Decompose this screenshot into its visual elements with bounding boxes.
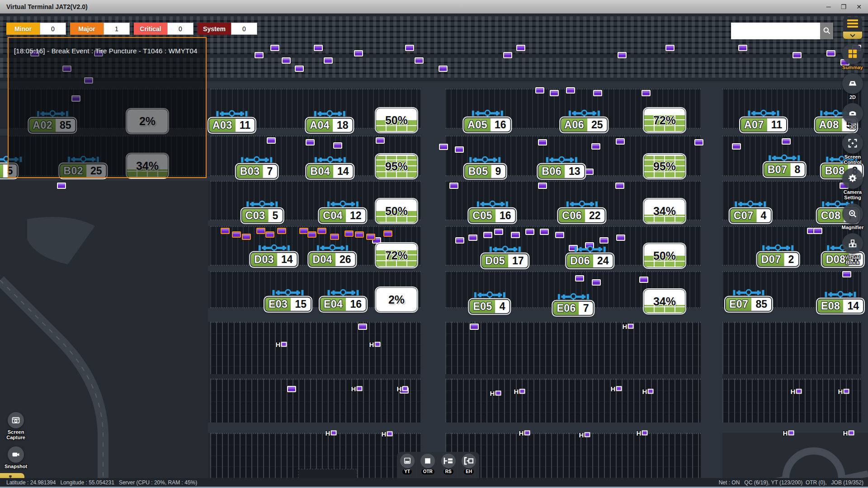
yard-block-B07[interactable]: B078 <box>764 154 806 177</box>
yard-block-C07[interactable]: C074 <box>730 200 772 223</box>
yard-block-B06[interactable]: B0613 <box>538 155 585 179</box>
occupancy-tile-4[interactable]: 95% <box>376 154 417 178</box>
menu-collapse-tab[interactable] <box>843 32 862 39</box>
yard-truck-icon[interactable] <box>642 90 651 96</box>
yard-truck-icon[interactable] <box>324 57 333 64</box>
sidebar-item-magnifier[interactable]: Magnifier <box>842 203 864 230</box>
yard-truck-icon[interactable] <box>405 45 414 51</box>
highlighted-truck-icon[interactable] <box>317 228 326 234</box>
yard-truck-icon[interactable] <box>333 142 342 149</box>
yard-truck-icon[interactable] <box>738 45 747 51</box>
yard-truck-icon[interactable] <box>616 138 625 145</box>
yard-truck-icon[interactable] <box>550 90 559 96</box>
truck-with-trailer-icon[interactable]: H <box>623 323 634 330</box>
yard-block-C06[interactable]: C0622 <box>558 200 605 223</box>
yard-block-A04[interactable]: A0418 <box>306 109 353 133</box>
yard-truck-icon[interactable] <box>415 57 424 64</box>
truck-with-trailer-icon[interactable]: H <box>791 388 802 395</box>
truck-with-trailer-icon[interactable]: H <box>838 388 849 395</box>
yard-block-C04[interactable]: C0412 <box>319 200 366 223</box>
yard-truck-icon[interactable] <box>540 229 549 235</box>
sidebar-item-summay[interactable]: Summay <box>842 43 864 70</box>
sidebar-item-3d[interactable]: 3D <box>842 103 864 130</box>
yard-truck-icon[interactable] <box>255 52 264 58</box>
yard-truck-icon[interactable] <box>516 45 525 51</box>
yard-truck-icon[interactable] <box>314 45 323 51</box>
yard-block-E05[interactable]: E054 <box>469 291 510 314</box>
yard-block-D06[interactable]: D0624 <box>566 245 613 268</box>
yard-block-D07[interactable]: D072 <box>757 244 799 267</box>
yard-truck-icon[interactable] <box>354 50 363 56</box>
yard-block-A05[interactable]: A0516 <box>463 109 511 132</box>
occupancy-tile-7[interactable]: 34% <box>644 199 685 223</box>
yard-truck-icon[interactable] <box>592 279 601 286</box>
occupancy-tile-11[interactable]: 34% <box>644 289 685 314</box>
highlighted-truck-icon[interactable] <box>265 231 274 238</box>
yard-truck-icon[interactable] <box>793 52 802 58</box>
yard-truck-icon[interactable] <box>455 237 464 244</box>
yard-truck-icon[interactable] <box>538 139 547 145</box>
highlighted-truck-icon[interactable] <box>330 234 339 240</box>
menu-button[interactable] <box>843 17 862 32</box>
occupancy-tile-10[interactable]: 2% <box>376 287 417 312</box>
yard-truck-icon[interactable] <box>618 52 627 58</box>
yard-truck-icon[interactable] <box>57 183 66 189</box>
yard-truck-icon[interactable] <box>267 137 276 144</box>
yard-truck-icon[interactable] <box>732 143 741 150</box>
highlighted-truck-icon[interactable] <box>256 228 265 234</box>
alarm-badge-system[interactable]: System0 <box>198 23 257 35</box>
highlighted-truck-icon[interactable] <box>383 230 392 237</box>
yard-truck-icon[interactable] <box>616 235 625 241</box>
alert-panel[interactable]: [18:05:16] - Break Event : Tire Puncture… <box>8 37 207 178</box>
truck-with-trailer-icon[interactable]: H <box>514 388 525 395</box>
truck-with-trailer-icon[interactable]: H <box>326 429 337 437</box>
sidebar-item-virtual-block[interactable]: Virtual Block <box>842 233 864 265</box>
yard-block-A03[interactable]: A0311 <box>208 109 255 133</box>
yard-block-C05[interactable]: C0516 <box>468 200 516 223</box>
equipment-toggle-rs[interactable]: RS <box>441 454 456 474</box>
yard-truck-icon[interactable] <box>842 271 851 277</box>
yard-truck-icon[interactable] <box>470 324 479 330</box>
equipment-toggle-yt[interactable]: YT <box>400 454 415 474</box>
truck-with-trailer-icon[interactable]: H <box>843 429 854 437</box>
occupancy-tile-2[interactable]: 72% <box>644 108 685 132</box>
truck-with-trailer-icon[interactable]: H <box>397 385 408 393</box>
truck-with-trailer-icon[interactable]: H <box>369 341 381 348</box>
minimize-button[interactable]: ─ <box>826 4 831 10</box>
yard-block-B04[interactable]: B0414 <box>306 155 354 179</box>
yard-truck-icon[interactable] <box>358 324 367 330</box>
sidebar-item-screen-control[interactable]: Screen Control <box>842 133 864 165</box>
sidebar-item-2d[interactable]: 2D <box>842 73 864 100</box>
equipment-toggle-otr[interactable]: OTR <box>420 454 435 474</box>
close-button[interactable]: ✕ <box>856 4 862 10</box>
yard-truck-icon[interactable] <box>494 229 503 235</box>
alarm-badge-critical[interactable]: Critical0 <box>134 23 193 35</box>
snapshot-button[interactable]: Snapshot <box>5 446 27 469</box>
truck-with-trailer-icon[interactable]: H <box>579 431 590 439</box>
occupancy-tile-1[interactable]: 50% <box>376 108 417 132</box>
truck-with-trailer-icon[interactable]: H <box>519 429 530 437</box>
alarm-badge-major[interactable]: Major1 <box>70 23 130 35</box>
yard-truck-icon[interactable] <box>782 138 791 145</box>
sidebar-item-camera-setting[interactable]: Camera Setting <box>842 168 864 200</box>
yard-block-E08[interactable]: E0814 <box>817 290 864 314</box>
truck-with-trailer-icon[interactable]: H <box>382 430 393 438</box>
yard-block-E04[interactable]: E0416 <box>320 288 367 312</box>
yard-truck-icon[interactable] <box>813 228 822 234</box>
yard-truck-icon[interactable] <box>306 139 315 145</box>
yard-truck-icon[interactable] <box>439 144 448 150</box>
yard-block-A07[interactable]: A0711 <box>740 109 787 132</box>
truck-with-trailer-icon[interactable]: H <box>611 385 622 393</box>
highlighted-truck-icon[interactable] <box>344 230 354 237</box>
maximize-button[interactable]: ❐ <box>841 4 847 10</box>
yard-truck-icon[interactable] <box>376 137 385 144</box>
yard-truck-icon[interactable] <box>483 232 492 238</box>
search-button[interactable] <box>820 23 833 39</box>
truck-with-trailer-icon[interactable]: H <box>351 385 363 393</box>
screen-capture-button[interactable]: Screen Capture <box>6 412 25 440</box>
yard-truck-icon[interactable] <box>694 139 703 145</box>
alarm-badge-minor[interactable]: Minor0 <box>6 23 66 35</box>
equipment-toggle-eh[interactable]: EH <box>462 454 476 474</box>
yard-truck-icon[interactable] <box>575 275 584 282</box>
highlighted-truck-icon[interactable] <box>366 234 375 240</box>
